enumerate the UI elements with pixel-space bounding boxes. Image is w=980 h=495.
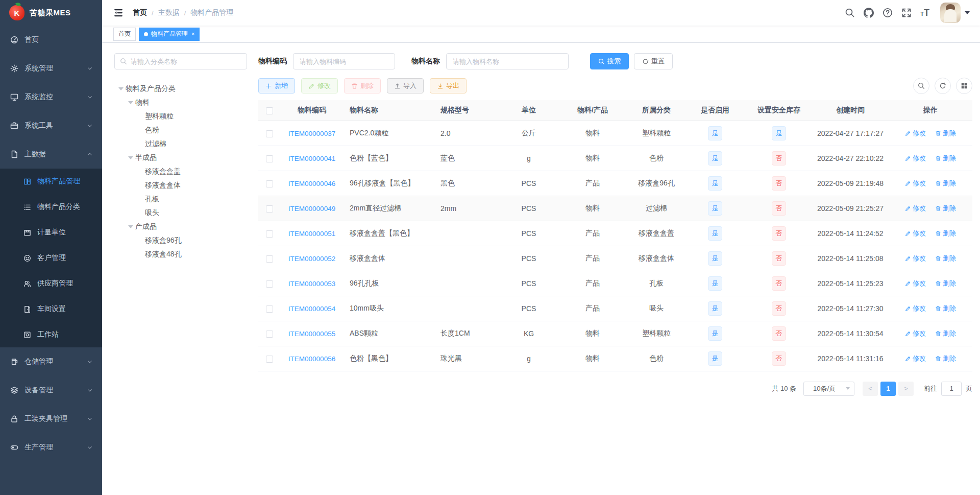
material-code-link[interactable]: ITEM00000046	[288, 180, 335, 187]
row-checkbox[interactable]	[266, 180, 273, 187]
row-checkbox[interactable]	[266, 205, 273, 213]
sidebar-item-warehouse-management[interactable]: 仓储管理	[0, 347, 102, 376]
row-delete-button[interactable]: 删除	[935, 229, 956, 238]
material-code-link[interactable]: ITEM00000052	[288, 255, 335, 263]
import-button[interactable]: 导入	[387, 78, 424, 93]
sidebar-subitem-supplier-management[interactable]: 供应商管理	[0, 271, 102, 296]
prev-page-button[interactable]: <	[863, 382, 878, 396]
row-checkbox[interactable]	[266, 305, 273, 313]
material-code-link[interactable]: ITEM00000037	[288, 130, 335, 137]
reset-button[interactable]: 重置	[634, 53, 673, 69]
breadcrumb-item[interactable]: 首页	[133, 8, 147, 17]
row-edit-button[interactable]: 修改	[905, 254, 926, 263]
sidebar-item-tooling-fixture-management[interactable]: 工装夹具管理	[0, 405, 102, 433]
material-code-link[interactable]: ITEM00000056	[288, 355, 335, 363]
avatar[interactable]	[940, 3, 961, 23]
tab-首页[interactable]: 首页	[113, 28, 136, 41]
material-code-link[interactable]: ITEM00000054	[288, 305, 335, 313]
select-all-checkbox[interactable]	[266, 107, 273, 114]
tree-node[interactable]: 产成品	[114, 220, 247, 233]
row-edit-button[interactable]: 修改	[905, 279, 926, 288]
search-button[interactable]	[913, 78, 929, 94]
material-code-input[interactable]	[293, 53, 395, 69]
material-code-link[interactable]: ITEM00000051	[288, 230, 335, 238]
tree-node[interactable]: 物料及产品分类	[114, 82, 247, 96]
tree-node[interactable]: 移液盒48孔	[114, 247, 247, 261]
row-delete-button[interactable]: 删除	[935, 254, 956, 263]
sidebar-item-system-monitor[interactable]: 系统监控	[0, 83, 102, 111]
row-delete-button[interactable]: 删除	[935, 304, 956, 313]
row-edit-button[interactable]: 修改	[905, 304, 926, 313]
columns-grid-button[interactable]	[956, 78, 972, 94]
row-delete-button[interactable]: 删除	[935, 154, 956, 163]
sidebar-item-system-management[interactable]: 系统管理	[0, 54, 102, 83]
material-code-link[interactable]: ITEM00000055	[288, 330, 335, 338]
search-button[interactable]: 搜索	[590, 53, 629, 69]
tab-物料产品管理[interactable]: 物料产品管理 ×	[139, 28, 200, 41]
row-delete-button[interactable]: 删除	[935, 204, 956, 213]
tree-node[interactable]: 孔板	[114, 192, 247, 206]
tree-node[interactable]: 物料	[114, 96, 247, 109]
sidebar-subitem-material-product-category[interactable]: 物料产品分类	[0, 194, 102, 220]
sidebar-item-home[interactable]: 首页	[0, 26, 102, 54]
tree-node[interactable]: 移液盒96孔	[114, 233, 247, 247]
sidebar-collapse-icon[interactable]	[113, 8, 124, 18]
tree-node[interactable]: 过滤棉	[114, 137, 247, 151]
tree-node[interactable]: 移液盒盒体	[114, 178, 247, 192]
category-search-input[interactable]	[131, 58, 241, 65]
tree-node[interactable]: 半成品	[114, 151, 247, 164]
material-code-link[interactable]: ITEM00000041	[288, 155, 335, 162]
row-edit-button[interactable]: 修改	[905, 154, 926, 163]
delete-button[interactable]: 删除	[344, 78, 381, 93]
row-delete-button[interactable]: 删除	[935, 179, 956, 188]
row-edit-button[interactable]: 修改	[905, 129, 926, 138]
row-checkbox[interactable]	[266, 356, 273, 363]
sidebar-subitem-customer-management[interactable]: 客户管理	[0, 245, 102, 271]
row-checkbox[interactable]	[266, 331, 273, 338]
app-logo[interactable]: K 苦糖果MES	[0, 0, 102, 26]
page-size-select[interactable]: 10条/页	[803, 382, 854, 396]
row-checkbox[interactable]	[266, 155, 273, 162]
sidebar-subitem-workstation[interactable]: 工作站	[0, 322, 102, 347]
sidebar-subitem-workshop-settings[interactable]: 车间设置	[0, 296, 102, 322]
font-size-icon[interactable]: TT	[920, 8, 929, 18]
tree-node[interactable]: 移液盒盒盖	[114, 164, 247, 178]
add-button[interactable]: 新增	[258, 78, 295, 93]
row-edit-button[interactable]: 修改	[905, 204, 926, 213]
edit-button[interactable]: 修改	[301, 78, 338, 93]
github-icon[interactable]	[864, 8, 874, 18]
sidebar-subitem-material-product-management[interactable]: 物料产品管理	[0, 169, 102, 194]
export-button[interactable]: 导出	[430, 78, 467, 93]
sidebar-subitem-measure-unit[interactable]: 计量单位	[0, 220, 102, 245]
row-checkbox[interactable]	[266, 255, 273, 263]
row-checkbox[interactable]	[266, 230, 273, 238]
row-edit-button[interactable]: 修改	[905, 179, 926, 188]
row-edit-button[interactable]: 修改	[905, 229, 926, 238]
row-delete-button[interactable]: 删除	[935, 279, 956, 288]
row-delete-button[interactable]: 删除	[935, 329, 956, 338]
row-checkbox[interactable]	[266, 130, 273, 137]
search-icon[interactable]	[845, 8, 855, 18]
goto-page-input[interactable]	[941, 382, 962, 396]
sidebar-item-equipment-management[interactable]: 设备管理	[0, 376, 102, 405]
refresh-button[interactable]	[935, 78, 951, 94]
tree-node[interactable]: 吸头	[114, 206, 247, 220]
page-number-button[interactable]: 1	[880, 382, 896, 396]
row-delete-button[interactable]: 删除	[935, 129, 956, 138]
next-page-button[interactable]: >	[898, 382, 914, 396]
row-delete-button[interactable]: 删除	[935, 354, 956, 363]
row-checkbox[interactable]	[266, 280, 273, 288]
close-icon[interactable]: ×	[191, 31, 194, 37]
sidebar-item-system-tools[interactable]: 系统工具	[0, 111, 102, 140]
material-code-link[interactable]: ITEM00000049	[288, 205, 335, 213]
fullscreen-icon[interactable]	[901, 8, 912, 18]
row-edit-button[interactable]: 修改	[905, 329, 926, 338]
sidebar-item-production-management[interactable]: 生产管理	[0, 433, 102, 462]
sidebar-item-master-data[interactable]: 主数据	[0, 140, 102, 169]
row-edit-button[interactable]: 修改	[905, 354, 926, 363]
breadcrumb-item[interactable]: 主数据	[158, 8, 180, 17]
material-code-link[interactable]: ITEM00000053	[288, 280, 335, 288]
question-circle-icon[interactable]	[883, 8, 893, 18]
material-name-input[interactable]	[446, 53, 569, 69]
user-menu[interactable]	[940, 3, 970, 23]
